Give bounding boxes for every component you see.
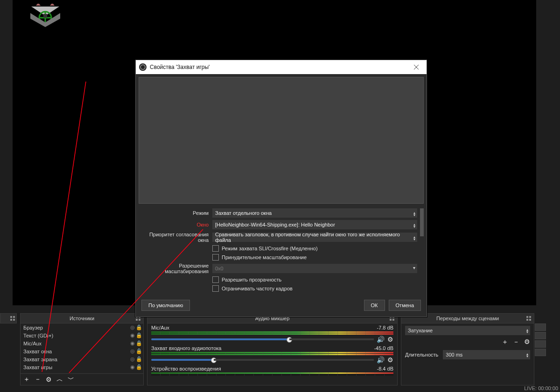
mixer-row: Устройство воспроизведения -8.4 dB bbox=[147, 364, 397, 377]
mixer-db-value: -45.0 dB bbox=[374, 345, 393, 351]
mute-button[interactable]: 🔊 bbox=[377, 336, 385, 343]
source-item-game-capture[interactable]: Захват игры ◉🔒 bbox=[21, 363, 143, 371]
source-item-mic-aux[interactable]: Mic/Aux ◉🔒 bbox=[21, 339, 143, 347]
grip-icon bbox=[10, 316, 15, 321]
visibility-icon[interactable]: ◎ bbox=[129, 348, 136, 354]
lock-icon[interactable]: 🔒 bbox=[136, 340, 142, 346]
scenes-panel-collapsed[interactable] bbox=[0, 313, 17, 323]
mixer-row: Захват входного аудиопотока -45.0 dB 🔊 ⚙ bbox=[147, 344, 397, 364]
source-item-browser[interactable]: Браузер ◎🔒 bbox=[21, 323, 143, 331]
audio-mixer-panel: Аудио микшер Mic/Aux -7.8 dB .slider-tra… bbox=[147, 313, 398, 385]
allow-transparency-checkbox[interactable] bbox=[212, 276, 219, 283]
move-source-down-button[interactable]: ﹀ bbox=[68, 375, 74, 384]
sources-panel-header[interactable]: Источники bbox=[21, 314, 143, 323]
sources-list: Браузер ◎🔒 Текст (GDI+) ◉🔒 Mic/Aux ◉🔒 За… bbox=[21, 323, 143, 371]
limit-fps-label: Ограничивать частоту кадров bbox=[222, 286, 293, 291]
cancel-button-label: Отмена bbox=[396, 303, 414, 308]
svg-rect-7 bbox=[43, 14, 47, 18]
scale-resolution-value: 0x0 bbox=[215, 266, 224, 271]
obs-icon bbox=[139, 63, 147, 71]
lock-icon[interactable]: 🔒 bbox=[136, 356, 142, 362]
move-source-up-button[interactable]: ︿ bbox=[56, 375, 63, 384]
visibility-icon[interactable]: ◎ bbox=[129, 324, 136, 330]
mixer-source-name: Mic/Aux bbox=[151, 325, 169, 330]
audio-meter bbox=[151, 372, 393, 376]
visibility-icon[interactable]: ◉ bbox=[129, 340, 136, 346]
close-icon bbox=[414, 65, 419, 69]
transition-duration-spinner[interactable]: 300 ms ▴▾ bbox=[443, 350, 530, 359]
mute-button[interactable]: 🔊 bbox=[377, 356, 385, 364]
chevron-updown-icon: ▴▾ bbox=[413, 234, 415, 241]
source-item-window-capture[interactable]: Захват окна ◎🔒 bbox=[21, 347, 143, 355]
mixer-settings-button[interactable]: ⚙ bbox=[387, 336, 393, 343]
mixer-source-name: Захват входного аудиопотока bbox=[151, 345, 221, 351]
sli-crossfire-checkbox[interactable] bbox=[212, 245, 219, 252]
properties-dialog: Свойства 'Захват игры' Режим Захват отде… bbox=[135, 60, 427, 317]
transition-select[interactable]: Затухание ▴▾ bbox=[405, 326, 530, 335]
chevron-updown-icon: ▴▾ bbox=[526, 351, 528, 358]
ok-button[interactable]: ОК bbox=[364, 300, 385, 311]
source-item-label: Захват игры bbox=[23, 364, 129, 370]
defaults-button-label: По умолчанию bbox=[148, 303, 183, 308]
audio-meter bbox=[151, 352, 393, 355]
controls-panel-collapsed[interactable] bbox=[535, 323, 546, 357]
force-scaling-checkbox[interactable] bbox=[212, 254, 219, 261]
source-item-text-gdi[interactable]: Текст (GDI+) ◉🔒 bbox=[21, 331, 143, 339]
window-select[interactable]: [HelloNeighbor-Win64-Shipping.exe]: Hell… bbox=[212, 220, 417, 229]
grip-icon bbox=[525, 315, 532, 322]
cancel-button[interactable]: Отмена bbox=[389, 300, 421, 311]
visibility-icon[interactable]: ◉ bbox=[129, 364, 136, 370]
lock-icon[interactable]: 🔒 bbox=[136, 332, 142, 338]
chevron-updown-icon: ▴▾ bbox=[413, 221, 415, 228]
lock-icon[interactable]: 🔒 bbox=[136, 324, 142, 330]
visibility-icon[interactable]: ◉ bbox=[129, 332, 136, 338]
source-item-display-capture[interactable]: Захват экрана ◎🔒 bbox=[21, 355, 143, 363]
status-live-time: LIVE: 00:00:00 bbox=[524, 385, 558, 391]
defaults-button[interactable]: По умолчанию bbox=[141, 300, 190, 311]
volume-slider[interactable] bbox=[151, 359, 374, 361]
transitions-panel: Переходы между сценами Затухание ▴▾ ＋ － … bbox=[401, 313, 534, 385]
volume-slider[interactable]: .slider-track::after{ width:calc(100% - … bbox=[151, 338, 374, 340]
mixer-source-name: Устройство воспроизведения bbox=[151, 366, 221, 371]
source-item-label: Браузер bbox=[23, 325, 129, 330]
svg-marker-1 bbox=[36, 4, 41, 6]
mode-select[interactable]: Захват отдельного окна ▴▾ bbox=[212, 208, 417, 218]
transitions-panel-title: Переходы между сценами bbox=[436, 316, 499, 321]
dialog-title: Свойства 'Захват игры' bbox=[150, 64, 210, 70]
chevron-updown-icon: ▴▾ bbox=[526, 327, 528, 333]
visibility-icon[interactable]: ◎ bbox=[129, 356, 136, 362]
lock-icon[interactable]: 🔒 bbox=[136, 348, 142, 354]
window-label: Окно bbox=[139, 222, 212, 227]
dialog-titlebar[interactable]: Свойства 'Захват игры' bbox=[136, 60, 427, 74]
mixer-settings-button[interactable]: ⚙ bbox=[387, 356, 393, 364]
allow-transparency-label: Разрешить прозрачность bbox=[222, 277, 281, 282]
close-button[interactable] bbox=[406, 60, 427, 74]
transition-settings-button[interactable]: ⚙ bbox=[524, 338, 530, 346]
transition-duration-value: 300 ms bbox=[446, 352, 462, 358]
add-transition-button[interactable]: ＋ bbox=[502, 338, 508, 346]
mode-value: Захват отдельного окна bbox=[215, 210, 272, 216]
mixer-db-value: -8.4 dB bbox=[377, 366, 393, 371]
source-settings-button[interactable]: ⚙ bbox=[46, 376, 52, 383]
match-priority-value: Сравнивать заголовок, в противном случае… bbox=[215, 232, 414, 243]
match-priority-select[interactable]: Сравнивать заголовок, в противном случае… bbox=[212, 233, 417, 242]
remove-transition-button[interactable]: － bbox=[513, 338, 519, 346]
scale-resolution-label: Разрешение масштабирования bbox=[139, 263, 212, 274]
mode-label: Режим bbox=[139, 210, 212, 216]
add-source-button[interactable]: ＋ bbox=[23, 375, 30, 384]
transition-select-value: Затухание bbox=[408, 328, 433, 333]
scale-resolution-select[interactable]: 0x0 ▾ bbox=[212, 264, 417, 273]
mixer-row: Mic/Aux -7.8 dB .slider-track::after{ wi… bbox=[147, 323, 397, 344]
chevron-updown-icon: ▴▾ bbox=[413, 210, 415, 216]
sli-crossfire-label: Режим захвата SLI/Crossfire (Медленно) bbox=[222, 246, 318, 251]
chevron-down-icon: ▾ bbox=[413, 265, 415, 270]
limit-fps-checkbox[interactable] bbox=[212, 285, 219, 292]
remove-source-button[interactable]: － bbox=[35, 375, 41, 384]
svg-marker-2 bbox=[50, 4, 55, 6]
source-item-label: Захват экрана bbox=[23, 357, 129, 362]
mixer-db-value: -7.8 dB bbox=[377, 325, 393, 330]
lock-icon[interactable]: 🔒 bbox=[136, 364, 142, 370]
source-item-label: Mic/Aux bbox=[23, 341, 129, 346]
window-value: [HelloNeighbor-Win64-Shipping.exe]: Hell… bbox=[215, 222, 335, 227]
source-item-label: Захват окна bbox=[23, 349, 129, 354]
